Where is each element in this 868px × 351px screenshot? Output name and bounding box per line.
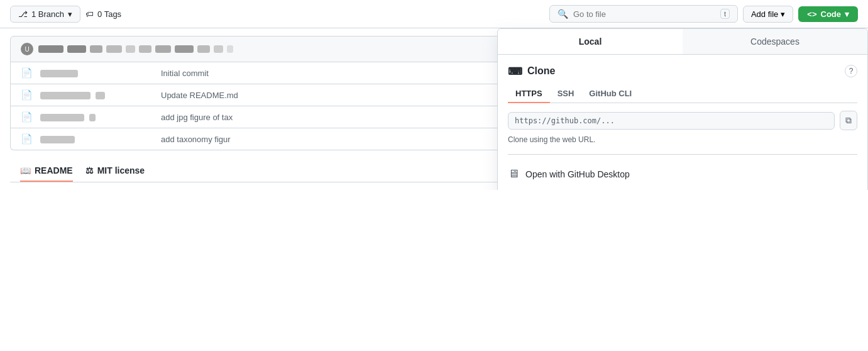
filename2b-blurred	[96, 92, 105, 99]
clone-label: Clone	[527, 65, 555, 77]
proto-tab-https[interactable]: HTTPS	[508, 85, 550, 103]
readme-label: README	[35, 165, 73, 176]
github-desktop-icon: 🖥	[508, 167, 519, 181]
username3-blurred	[90, 45, 102, 53]
question-icon: ?	[849, 67, 854, 75]
panel-body: ⌨ Clone ? HTTPS SSH GitHub CLI ⧉	[498, 55, 867, 190]
url-row: ⧉	[508, 111, 857, 130]
help-button[interactable]: ?	[845, 65, 857, 77]
branch-label: 1 Branch	[31, 9, 64, 19]
username8-blurred	[175, 45, 194, 53]
code-dropdown-panel: Local Codespaces ⌨ Clone ? HTTPS SSH Git…	[497, 28, 868, 190]
branch-icon: ⎇	[18, 9, 28, 19]
avatar: U	[21, 43, 33, 55]
toolbar-right: 🔍 t Add file ▾ <> Code ▾	[549, 5, 858, 23]
toolbar: ⎇ 1 Branch ▾ 🏷 0 Tags 🔍 t Add file ▾ <> …	[0, 0, 868, 28]
toolbar-left: ⎇ 1 Branch ▾ 🏷 0 Tags	[10, 6, 542, 23]
file-icon: 📄	[21, 111, 33, 123]
search-input[interactable]	[573, 9, 715, 19]
clone-header: ⌨ Clone ?	[508, 65, 857, 77]
username-blurred	[38, 45, 63, 53]
tags-link[interactable]: 🏷 0 Tags	[85, 9, 121, 19]
code-icon: <>	[807, 9, 816, 19]
username9-blurred	[197, 45, 210, 53]
file-icon: 📄	[21, 89, 33, 101]
readme-icon: 📖	[20, 165, 31, 176]
panel-tabs: Local Codespaces	[498, 29, 867, 55]
username4-blurred	[106, 45, 122, 53]
tag-icon: 🏷	[85, 9, 94, 19]
filename4-blurred	[40, 136, 75, 143]
file-icon: 📄	[21, 67, 33, 79]
code-button[interactable]: <> Code ▾	[798, 6, 858, 22]
filename3b-blurred	[89, 114, 96, 121]
proto-tab-ssh[interactable]: SSH	[550, 85, 582, 103]
add-file-label: Add file	[751, 9, 778, 19]
clone-hint: Clone using the web URL.	[508, 135, 857, 144]
clone-url-input[interactable]	[508, 112, 835, 130]
add-file-button[interactable]: Add file ▾	[743, 6, 793, 23]
open-desktop-label: Open with GitHub Desktop	[525, 169, 630, 179]
open-github-desktop-row[interactable]: 🖥 Open with GitHub Desktop	[508, 162, 857, 186]
code-label: Code	[821, 9, 842, 19]
protocol-tabs: HTTPS SSH GitHub CLI	[508, 85, 857, 103]
filename3-blurred	[40, 114, 84, 121]
license-icon: ⚖	[85, 165, 94, 176]
branch-button[interactable]: ⎇ 1 Branch ▾	[10, 6, 80, 23]
code-chevron: ▾	[845, 9, 849, 19]
file-name[interactable]	[40, 91, 153, 100]
username7-blurred	[155, 45, 171, 53]
license-label: MIT license	[97, 165, 145, 176]
username5-blurred	[126, 45, 135, 53]
clone-title: ⌨ Clone	[508, 65, 555, 77]
search-icon: 🔍	[558, 9, 568, 19]
goto-file-search[interactable]: 🔍 t	[549, 5, 738, 23]
copy-icon: ⧉	[845, 115, 852, 126]
file-name[interactable]	[40, 135, 153, 144]
add-file-chevron: ▾	[781, 9, 785, 19]
username2-blurred	[67, 45, 86, 53]
tab-codespaces[interactable]: Codespaces	[683, 29, 867, 54]
filename2-blurred	[40, 92, 91, 99]
branch-chevron: ▾	[68, 9, 72, 19]
file-name[interactable]	[40, 69, 153, 78]
proto-tab-cli[interactable]: GitHub CLI	[581, 85, 639, 103]
tags-label: 0 Tags	[97, 9, 121, 19]
clone-icon: ⌨	[508, 65, 522, 77]
divider	[508, 154, 857, 155]
username11-blurred	[227, 45, 233, 53]
tab-mit-license[interactable]: ⚖ MIT license	[85, 165, 145, 182]
tab-readme[interactable]: 📖 README	[20, 165, 73, 182]
file-name[interactable]	[40, 113, 153, 122]
main-content: U 📄 Initial	[0, 28, 868, 190]
username10-blurred	[214, 45, 223, 53]
username6-blurred	[139, 45, 151, 53]
copy-url-button[interactable]: ⧉	[840, 111, 857, 130]
filename-blurred	[40, 70, 78, 77]
tab-local[interactable]: Local	[498, 29, 683, 54]
file-icon: 📄	[21, 133, 33, 145]
search-shortcut: t	[720, 9, 730, 19]
